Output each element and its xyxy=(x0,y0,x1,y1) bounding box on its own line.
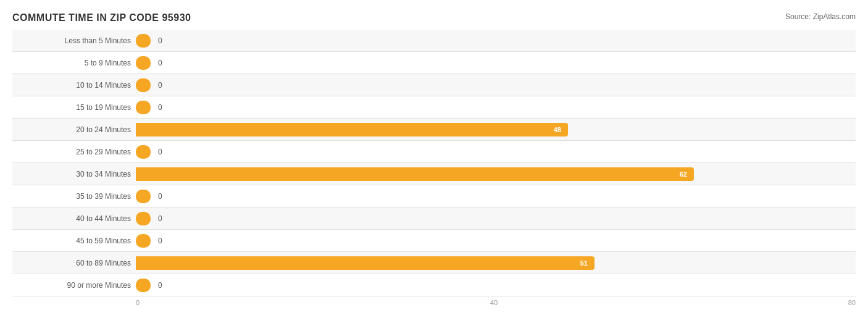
bar-zero-value: 0 xyxy=(154,148,162,156)
bar-container: 0 xyxy=(136,141,856,162)
bar-container: 0 xyxy=(136,208,856,229)
chart-header: COMMUTE TIME IN ZIP CODE 95930 Source: Z… xyxy=(12,12,856,23)
bar-zero-pill xyxy=(136,234,151,248)
bar-container: 0 xyxy=(136,185,856,207)
x-axis-tick: 80 xyxy=(848,299,856,306)
bar-label: 25 to 29 Minutes xyxy=(12,148,136,156)
bar-container: 0 xyxy=(136,74,856,96)
bar-label: 20 to 24 Minutes xyxy=(12,125,136,134)
bar-container: 62 xyxy=(136,163,856,185)
bar-row: 30 to 34 Minutes62 xyxy=(12,163,856,185)
bar-container: 0 xyxy=(136,230,856,251)
x-axis: 04080 xyxy=(12,299,856,306)
bar-zero-pill xyxy=(136,212,151,225)
bar-row: 40 to 44 Minutes0 xyxy=(12,208,856,230)
bar-row: Less than 5 Minutes0 xyxy=(12,30,856,52)
bar-value-label: 48 xyxy=(554,126,565,133)
bar-zero-pill xyxy=(136,78,151,92)
chart-wrapper: COMMUTE TIME IN ZIP CODE 95930 Source: Z… xyxy=(12,12,856,306)
bar-row: 25 to 29 Minutes0 xyxy=(12,141,856,163)
bar-label: 10 to 14 Minutes xyxy=(12,81,136,90)
bar-label: Less than 5 Minutes xyxy=(12,36,136,45)
bar-zero-pill xyxy=(136,145,151,159)
x-axis-tick: 40 xyxy=(490,299,498,306)
bar-row: 10 to 14 Minutes0 xyxy=(12,74,856,96)
bar-value-label: 51 xyxy=(580,259,591,267)
bar-container: 48 xyxy=(136,119,856,140)
x-axis-tick: 0 xyxy=(136,299,140,306)
bar-fill: 62 xyxy=(136,167,694,181)
chart-title: COMMUTE TIME IN ZIP CODE 95930 xyxy=(12,12,191,23)
bar-zero-pill xyxy=(136,34,151,48)
bar-label: 90 or more Minutes xyxy=(12,281,136,290)
bar-label: 30 to 34 Minutes xyxy=(12,170,136,178)
bar-zero-value: 0 xyxy=(154,81,162,90)
bar-container: 51 xyxy=(136,252,856,274)
bar-label: 40 to 44 Minutes xyxy=(12,214,136,223)
bar-value-label: 62 xyxy=(680,170,691,178)
bar-label: 60 to 89 Minutes xyxy=(12,259,136,267)
bar-row: 20 to 24 Minutes48 xyxy=(12,119,856,141)
bar-zero-pill xyxy=(136,56,151,70)
bar-row: 35 to 39 Minutes0 xyxy=(12,185,856,208)
bar-container: 0 xyxy=(136,52,856,73)
bar-zero-value: 0 xyxy=(154,192,162,201)
bar-zero-value: 0 xyxy=(154,281,162,290)
bar-row: 5 to 9 Minutes0 xyxy=(12,52,856,74)
bar-zero-value: 0 xyxy=(154,59,162,67)
bar-zero-value: 0 xyxy=(154,36,162,45)
bar-container: 0 xyxy=(136,274,856,296)
bar-fill: 51 xyxy=(136,256,595,270)
bar-label: 45 to 59 Minutes xyxy=(12,237,136,245)
bar-label: 5 to 9 Minutes xyxy=(12,59,136,67)
bar-row: 15 to 19 Minutes0 xyxy=(12,96,856,119)
bar-row: 45 to 59 Minutes0 xyxy=(12,230,856,252)
bar-zero-pill xyxy=(136,190,151,203)
bar-zero-pill xyxy=(136,101,151,114)
bar-container: 0 xyxy=(136,96,856,118)
bar-zero-pill xyxy=(136,279,151,292)
bar-label: 15 to 19 Minutes xyxy=(12,103,136,112)
bar-container: 0 xyxy=(136,30,856,51)
bar-zero-value: 0 xyxy=(154,237,162,245)
bar-row: 60 to 89 Minutes51 xyxy=(12,252,856,274)
chart-area: Less than 5 Minutes05 to 9 Minutes010 to… xyxy=(12,30,856,296)
bar-zero-value: 0 xyxy=(154,103,162,112)
bar-fill: 48 xyxy=(136,123,568,136)
bar-label: 35 to 39 Minutes xyxy=(12,192,136,201)
source-label: Source: ZipAtlas.com xyxy=(785,12,856,21)
bar-zero-value: 0 xyxy=(154,214,162,223)
bar-row: 90 or more Minutes0 xyxy=(12,274,856,296)
